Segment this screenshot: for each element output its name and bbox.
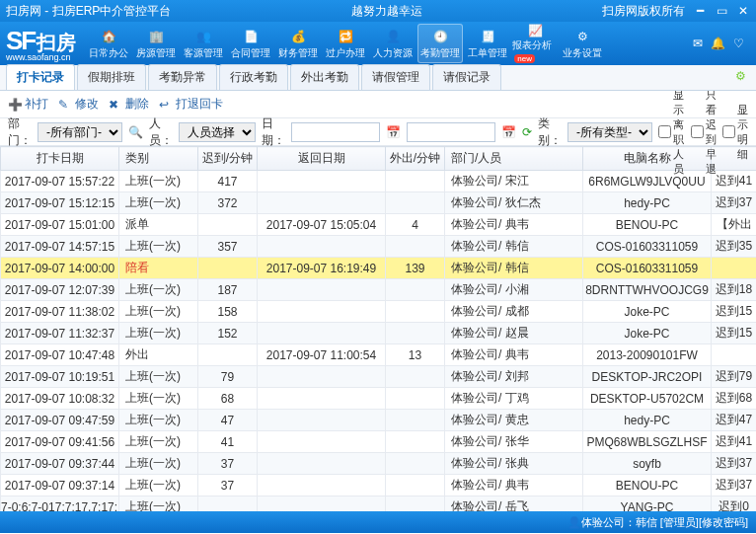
user-icon: 👤 [567, 516, 581, 529]
nav-hr[interactable]: 👤人力资源 [370, 24, 416, 63]
table-row[interactable]: 2017-09-07 15:12:15上班(一次)372体验公司/ 狄仁杰hed… [1, 192, 757, 214]
logo: SF扫房 www.saofang.cn [6, 26, 76, 62]
table-row[interactable]: 7-0:6:7-017:7:17.7:17:18上班(一次)体验公司/ 岳飞YA… [1, 496, 757, 512]
app-title: 扫房网 - 扫房ERP中介管控平台 [6, 3, 171, 20]
tab-0[interactable]: 打卡记录 [6, 64, 75, 90]
slogan: 越努力越幸运 [177, 3, 596, 20]
chk-onlylate[interactable]: 只看迟到早退 [691, 88, 718, 177]
nav-money[interactable]: 💰财务管理 [275, 24, 321, 63]
cal-icon[interactable]: 📅 [501, 125, 516, 139]
table-row[interactable]: 2017-09-07 11:38:02上班(一次)158体验公司/ 成都Joke… [1, 301, 757, 323]
dept-search-icon[interactable]: 🔍 [128, 125, 143, 139]
transfer-icon: 🔁 [337, 28, 354, 45]
refresh-icon[interactable]: ⟳ [522, 125, 532, 139]
table-row[interactable]: 2017-09-07 11:32:37上班(一次)152体验公司/ 赵晨Joke… [1, 323, 757, 344]
status-bar: 👤 体验公司：韩信 [管理员][修改密码] [0, 511, 756, 533]
person-select[interactable]: 人员选择 [179, 122, 256, 142]
nav-ticket[interactable]: 🧾工单管理 [465, 24, 510, 63]
heart-icon[interactable]: ♡ [733, 37, 744, 50]
table-row[interactable]: 2017-09-07 15:01:00派单2017-09-07 15:05:04… [1, 214, 757, 236]
table-row[interactable]: 2017-09-07 14:00:00陪看2017-09-07 16:19:49… [1, 258, 757, 279]
table-row[interactable]: 2017-09-07 09:47:59上班(一次)47体验公司/ 黄忠hedy-… [1, 410, 757, 431]
android-icon[interactable]: ⚙ [735, 69, 746, 83]
notify-icon[interactable]: 🔔 [711, 37, 725, 50]
tool-plus[interactable]: ➕补打 [8, 96, 48, 113]
tab-3[interactable]: 行政考勤 [219, 64, 288, 90]
clock-icon: 🕘 [431, 28, 449, 45]
nav-contract[interactable]: 📄合同管理 [228, 24, 273, 63]
pencil-icon: ✎ [58, 98, 72, 112]
type-label: 类别： [538, 115, 562, 149]
date-to-input[interactable] [407, 122, 495, 142]
col-header[interactable]: 类别 [119, 147, 198, 171]
table-row[interactable]: 2017-09-07 09:37:44上班(一次)37体验公司/ 张典soyfb… [1, 453, 757, 475]
users-icon: 👥 [194, 28, 212, 45]
nav-users[interactable]: 👥客源管理 [181, 24, 226, 63]
tab-5[interactable]: 请假管理 [361, 64, 430, 90]
chk-detail[interactable]: 显示明细 [722, 103, 748, 162]
date-from-input[interactable] [291, 122, 380, 142]
close-icon[interactable]: ✕ [736, 4, 750, 18]
col-header[interactable]: 部门/人员 [445, 147, 583, 171]
gear-icon: ⚙ [573, 28, 591, 45]
tool-trash[interactable]: ✖删除 [109, 96, 149, 113]
data-table-wrap[interactable]: 打卡日期类别迟到/分钟返回日期外出/分钟部门/人员电脑名称 2017-09-07… [0, 146, 756, 511]
tab-2[interactable]: 考勤异常 [148, 64, 217, 90]
date-label: 日期： [262, 115, 285, 149]
ticket-icon: 🧾 [479, 28, 496, 45]
attendance-table: 打卡日期类别迟到/分钟返回日期外出/分钟部门/人员电脑名称 2017-09-07… [0, 146, 756, 511]
cal-icon[interactable]: 📅 [386, 125, 401, 139]
callout-icon[interactable]: ✉ [693, 37, 703, 50]
maximize-icon[interactable]: ▭ [715, 4, 728, 18]
status-text: 体验公司：韩信 [管理员][修改密码] [581, 515, 748, 530]
dept-label: 部门： [8, 115, 32, 149]
window-titlebar: 扫房网 - 扫房ERP中介管控平台 越努力越幸运 扫房网版权所有 ━ ▭ ✕ [0, 0, 756, 22]
table-row[interactable]: 2017-09-07 14:57:15上班(一次)357体验公司/ 韩信COS-… [1, 236, 757, 258]
table-row[interactable]: 2017-09-07 09:37:14上班(一次)37体验公司/ 典韦BENOU… [1, 475, 757, 496]
undo-icon: ↩ [159, 98, 173, 112]
filter-bar: 部门： -所有部门- 🔍 人员： 人员选择 日期： 📅 📅 ⟳ 类别： -所有类… [0, 118, 756, 146]
trash-icon: ✖ [109, 98, 122, 112]
tab-6[interactable]: 请假记录 [432, 64, 501, 90]
col-header[interactable]: 迟到/分钟 [198, 147, 258, 171]
table-row[interactable]: 2017-09-07 09:41:56上班(一次)41体验公司/ 张华PMQ68… [1, 431, 757, 453]
chart-icon: 📈 [526, 24, 544, 38]
action-toolbar: ➕补打✎修改✖删除↩打退回卡 [0, 91, 756, 118]
table-row[interactable]: 2017-09-07 10:47:48外出2017-09-07 11:00:54… [1, 344, 757, 366]
subtab-bar: 打卡记录假期排班考勤异常行政考勤外出考勤请假管理请假记录⚙ [0, 65, 756, 91]
tool-pencil[interactable]: ✎修改 [58, 96, 99, 113]
table-row[interactable]: 2017-09-07 15:57:22上班(一次)417体验公司/ 宋江6R6M… [1, 171, 757, 192]
tool-undo[interactable]: ↩打退回卡 [159, 96, 223, 113]
nav-clock[interactable]: 🕘考勤管理 [417, 24, 463, 63]
col-header[interactable]: 打卡日期 [1, 147, 119, 171]
nav-chart[interactable]: 📈报表分析new [512, 24, 558, 63]
dept-select[interactable]: -所有部门- [38, 122, 122, 142]
col-header[interactable]: 返回日期 [258, 147, 386, 171]
plus-icon: ➕ [8, 98, 22, 112]
copyright: 扫房网版权所有 [602, 3, 685, 20]
nav-building[interactable]: 🏢房源管理 [133, 24, 179, 63]
table-row[interactable]: 2017-09-07 12:07:39上班(一次)187体验公司/ 小湘8DRN… [1, 279, 757, 301]
nav-transfer[interactable]: 🔁过户办理 [323, 24, 368, 63]
person-label: 人员： [149, 115, 173, 149]
ribbon-nav: SF扫房 www.saofang.cn 🏠日常办公🏢房源管理👥客源管理📄合同管理… [0, 22, 756, 65]
hr-icon: 👤 [384, 28, 402, 45]
col-header[interactable]: 外出/分钟 [386, 147, 445, 171]
table-row[interactable]: 2017-09-07 10:19:51上班(一次)79体验公司/ 刘邦DESKT… [1, 366, 757, 388]
money-icon: 💰 [289, 28, 307, 45]
tab-1[interactable]: 假期排班 [77, 64, 146, 90]
contract-icon: 📄 [242, 28, 260, 45]
minimize-icon[interactable]: ━ [693, 4, 707, 18]
tab-4[interactable]: 外出考勤 [290, 64, 359, 90]
nav-gear[interactable]: ⚙业务设置 [560, 24, 605, 63]
type-select[interactable]: -所有类型- [567, 122, 652, 142]
home-icon: 🏠 [100, 28, 117, 45]
building-icon: 🏢 [147, 28, 165, 45]
nav-home[interactable]: 🏠日常办公 [86, 24, 131, 63]
table-row[interactable]: 2017-09-07 10:08:32上班(一次)68体验公司/ 丁鸡DESKT… [1, 388, 757, 410]
